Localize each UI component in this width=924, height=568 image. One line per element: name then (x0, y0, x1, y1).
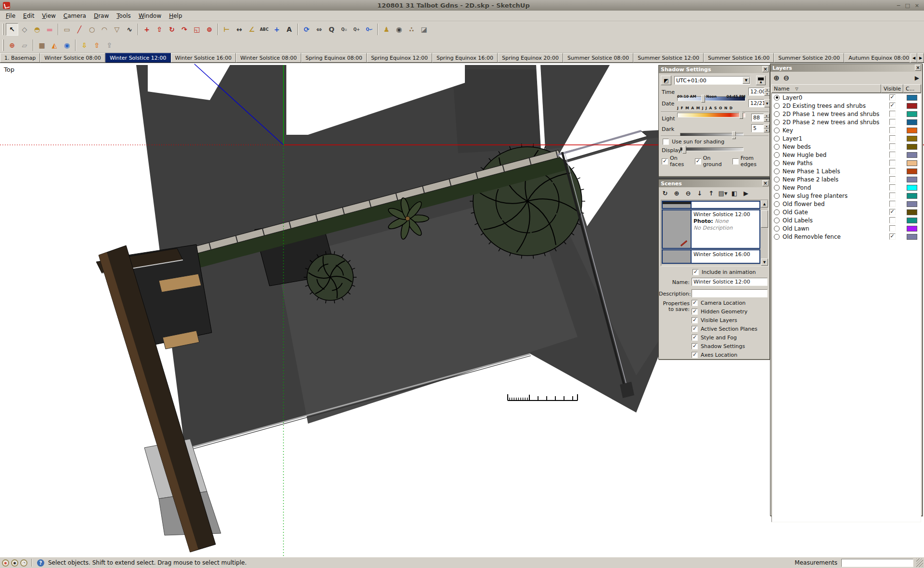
north-arrow-icon[interactable]: ◉ (11, 559, 18, 567)
layer-color-swatch[interactable] (907, 103, 917, 109)
layer-visible-checkbox[interactable] (889, 176, 896, 182)
layer-visible-checkbox[interactable] (889, 143, 896, 150)
scene-tab[interactable]: Summer Solstice 12:00 (633, 53, 704, 63)
layer-row[interactable]: 2D Existing trees and shrubs (772, 102, 921, 110)
layer-row[interactable]: 2D Phase 1 new trees and shrubs (772, 110, 921, 118)
shadow-settings-titlebar[interactable]: Shadow Settings × (659, 65, 770, 73)
layer-color-swatch[interactable] (907, 119, 917, 125)
menu-item[interactable]: Window (135, 12, 165, 20)
layer-current-radio[interactable] (774, 119, 780, 125)
tool-icon-walk[interactable]: ∴ (405, 23, 418, 36)
layer-visible-checkbox[interactable] (889, 119, 896, 125)
layer-current-radio[interactable] (774, 168, 780, 174)
tool-icon-pan[interactable]: ⇔ (313, 23, 325, 36)
tool-icon-preview-model[interactable]: ◭ (48, 39, 61, 52)
tool-icon-add-location[interactable]: ⊕ (6, 39, 18, 52)
layer-row[interactable]: New Paths (772, 159, 921, 167)
scene-tab[interactable]: Winter Solstice 08:00 (40, 53, 105, 63)
layer-color-swatch[interactable] (907, 160, 917, 166)
menu-item[interactable]: Help (165, 12, 186, 20)
timezone-select[interactable]: UTC+01:00 ▼ (674, 76, 750, 85)
scene-tab[interactable]: 1. Basemap (0, 53, 40, 63)
tool-icon-circle[interactable]: ○ (86, 23, 98, 36)
scene-property-checkbox[interactable] (692, 309, 698, 315)
tool-icon-follow-me[interactable]: ↷ (178, 23, 191, 36)
tool-icon-eraser[interactable]: ▬ (43, 23, 56, 36)
scenes-tool-icon[interactable]: ▤▾ (719, 189, 727, 197)
layer-color-swatch[interactable] (907, 111, 917, 117)
scenes-tool-icon[interactable]: ↑ (707, 189, 716, 197)
layer-visible-checkbox[interactable] (889, 201, 896, 207)
tool-icon-photo-textures[interactable]: ▦ (36, 39, 48, 52)
scene-property-checkbox[interactable] (692, 317, 698, 323)
measurements-input[interactable] (841, 559, 913, 567)
menu-item[interactable]: Camera (60, 12, 90, 20)
layer-current-radio[interactable] (774, 128, 780, 133)
dark-slider[interactable] (680, 147, 744, 151)
layers-tool-icon[interactable]: ⊖ (783, 74, 790, 82)
scene-tab[interactable]: Spring Equinox 12:00 (367, 53, 432, 63)
layer-color-swatch[interactable] (907, 144, 917, 150)
scenes-tool-icon[interactable]: ◧ (730, 189, 739, 197)
credits-icon[interactable]: ◔ (20, 559, 27, 567)
dark-spinner[interactable]: ▴▾ (764, 124, 770, 132)
close-icon[interactable]: × (762, 180, 769, 186)
toggle-shadows-button[interactable]: ◩ (661, 76, 671, 85)
toolbar-grip[interactable] (2, 24, 4, 35)
layer-row[interactable]: Layer0 (772, 93, 921, 102)
column-header-name[interactable]: Name▽ (771, 84, 881, 93)
layer-current-radio[interactable] (774, 193, 780, 199)
tool-icon-get-models[interactable]: ⇩ (78, 39, 90, 52)
column-header-visible[interactable]: Visible (881, 84, 903, 93)
tool-icon-freehand[interactable]: ∿ (123, 23, 136, 36)
tool-icon-offset[interactable]: ⊚ (203, 23, 216, 36)
layer-row[interactable]: Layer1 (772, 134, 921, 142)
layer-visible-checkbox[interactable] (889, 111, 896, 117)
scene-tab[interactable]: Spring Equinox 08:00 (301, 53, 367, 63)
scenes-scrollbar[interactable]: ▲ ▼ (761, 200, 768, 266)
scenes-tool-icon[interactable]: ⊕ (672, 189, 681, 197)
scenes-tool-icon[interactable]: ↻ (661, 189, 669, 197)
tool-icon-text[interactable]: ABC (258, 23, 270, 36)
layer-visible-checkbox[interactable] (889, 127, 896, 133)
layer-current-radio[interactable] (774, 95, 780, 101)
layer-color-swatch[interactable] (907, 218, 917, 223)
toolbar-grip[interactable] (2, 39, 4, 51)
light-value-input[interactable]: 88 (751, 114, 764, 122)
tool-icon-paint-bucket[interactable]: ◓ (31, 23, 43, 36)
date-value-input[interactable]: 12/21 (748, 99, 764, 107)
layer-row[interactable]: Key (772, 126, 921, 134)
scene-tab[interactable]: Winter Solstice 16:00 (171, 53, 236, 63)
scene-tab[interactable]: Winter Solstice 12:00 (105, 53, 171, 63)
layer-current-radio[interactable] (774, 144, 780, 150)
tab-scroll-left-icon[interactable]: ◀ (911, 53, 917, 63)
layers-tool-icon[interactable]: ⊕ (773, 74, 780, 82)
layer-color-swatch[interactable] (907, 95, 917, 101)
layer-visible-checkbox[interactable] (889, 209, 896, 215)
scene-list-item-partial[interactable] (662, 201, 760, 209)
layer-current-radio[interactable] (774, 226, 780, 232)
menu-item[interactable]: File (2, 12, 19, 20)
scene-property-checkbox[interactable] (692, 343, 698, 349)
display-option-checkbox[interactable] (695, 158, 701, 165)
layer-row[interactable]: Old Removble fence (772, 232, 921, 241)
tool-icon-line[interactable]: ╱ (73, 23, 86, 36)
menu-item[interactable]: Draw (90, 12, 113, 20)
layer-current-radio[interactable] (774, 160, 780, 166)
layer-color-swatch[interactable] (907, 193, 917, 199)
tool-icon-scale[interactable]: ◱ (191, 23, 203, 36)
tool-icon-zoom-window[interactable]: Q▫ (338, 23, 350, 36)
close-button[interactable]: × (915, 2, 919, 9)
layer-visible-checkbox[interactable] (889, 184, 896, 191)
scenes-tool-icon[interactable]: ↓ (695, 189, 704, 197)
tool-icon-zoom[interactable]: Q (325, 23, 338, 36)
layer-row[interactable]: 2D Phase 2 new trees and shrubs (772, 118, 921, 126)
layer-visible-checkbox[interactable] (889, 160, 896, 166)
tool-icon-dimensions[interactable]: ↔ (233, 23, 245, 36)
scene-list-item-selected[interactable]: Winter Solstice 12:00 Photo: None No Des… (662, 209, 760, 249)
layer-current-radio[interactable] (774, 103, 780, 109)
menu-item[interactable]: Tools (113, 12, 135, 20)
tool-icon-zoom-previous[interactable]: Q↩ (363, 23, 375, 36)
tool-icon-rectangle[interactable]: ▭ (61, 23, 73, 36)
layer-current-radio[interactable] (774, 111, 780, 117)
